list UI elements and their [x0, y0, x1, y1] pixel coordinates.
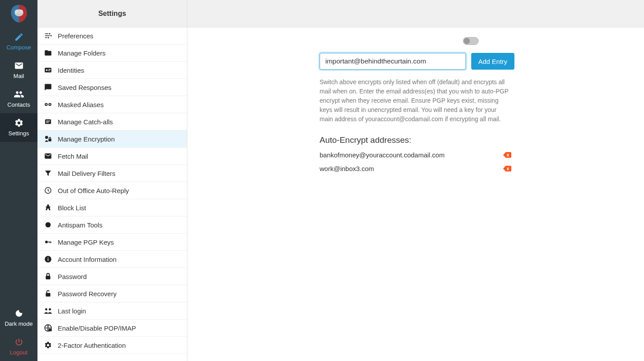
nav-contacts[interactable]: Contacts: [0, 85, 37, 113]
main-header: [187, 0, 644, 27]
nav-mail-label: Mail: [14, 73, 24, 79]
svg-rect-8: [48, 69, 51, 70]
blocklist-icon: [44, 203, 52, 212]
settings-item-catchalls[interactable]: Manage Catch-alls: [37, 113, 187, 130]
settings-item-label: Last login: [58, 307, 86, 315]
address-row: work@inbox3.comx: [320, 165, 511, 172]
auto-encrypt-heading: Auto-Encrypt addresses:: [320, 135, 626, 145]
settings-item-filters[interactable]: Mail Delivery Filters: [37, 165, 187, 182]
folders-icon: [44, 48, 52, 57]
settings-item-account[interactable]: Account Information: [37, 251, 187, 268]
outofoffice-icon: [44, 186, 52, 195]
settings-column: Settings PreferencesManage FoldersIdenti…: [37, 0, 187, 361]
nav-compose[interactable]: Compose: [0, 27, 37, 56]
nav-logout[interactable]: Logout: [0, 332, 37, 361]
main-content: Add Entry Switch above encrypts only lis…: [187, 0, 644, 361]
settings-item-fetch[interactable]: Fetch Mail: [37, 148, 187, 165]
settings-item-label: Enable/Disable POP/IMAP: [58, 324, 136, 332]
nav-darkmode[interactable]: Dark mode: [0, 304, 37, 332]
svg-rect-16: [46, 122, 49, 123]
settings-header: Settings: [37, 0, 187, 27]
encrypt-all-toggle[interactable]: [463, 37, 479, 45]
svg-point-12: [46, 104, 47, 105]
settings-item-responses[interactable]: Saved Responses: [37, 79, 187, 96]
settings-item-antispam[interactable]: Antispam Tools: [37, 216, 187, 234]
settings-item-blocklist[interactable]: Block List: [37, 199, 187, 216]
catchalls-icon: [44, 117, 52, 126]
svg-point-1: [15, 10, 19, 13]
settings-item-label: Antispam Tools: [58, 221, 102, 229]
svg-rect-6: [45, 68, 52, 73]
settings-icon: [14, 118, 24, 128]
mail-icon: [14, 60, 24, 71]
settings-item-pgpkeys[interactable]: Manage PGP Keys: [37, 234, 187, 251]
delete-address-button[interactable]: x: [503, 152, 511, 158]
responses-icon: [44, 83, 52, 92]
settings-item-recovery[interactable]: Password Recovery: [37, 285, 187, 302]
account-icon: [44, 255, 52, 264]
add-entry-button[interactable]: Add Entry: [471, 53, 514, 70]
svg-rect-35: [49, 329, 52, 331]
svg-rect-14: [45, 119, 51, 124]
svg-point-33: [49, 308, 51, 310]
nav-mail[interactable]: Mail: [0, 56, 37, 85]
nav-compose-label: Compose: [7, 44, 31, 51]
settings-item-password[interactable]: Password: [37, 268, 187, 285]
lastlogin-icon: [44, 306, 52, 315]
recovery-icon: [44, 289, 52, 298]
aliases-icon: [44, 100, 52, 109]
fetch-icon: [44, 152, 52, 160]
address-email: bankofmoney@youraccount.codamail.com: [320, 151, 503, 159]
moon-icon: [14, 308, 24, 319]
svg-rect-31: [46, 293, 51, 297]
settings-item-label: Block List: [58, 204, 86, 212]
settings-item-outofoffice[interactable]: Out of Office Auto-Reply: [37, 182, 187, 199]
settings-item-label: Manage PGP Keys: [58, 238, 114, 246]
svg-point-13: [49, 104, 51, 105]
svg-point-4: [49, 33, 50, 34]
address-list: bankofmoney@youraccount.codamail.comxwor…: [320, 151, 626, 172]
encryption-description: Switch above encrypts only listed when o…: [320, 78, 509, 124]
svg-rect-29: [48, 257, 48, 258]
address-row: bankofmoney@youraccount.codamail.comx: [320, 151, 511, 159]
nav-settings-label: Settings: [8, 130, 29, 137]
settings-item-popimap[interactable]: Enable/Disable POP/IMAP: [37, 320, 187, 337]
svg-point-17: [45, 136, 48, 139]
nav-darkmode-label: Dark mode: [5, 320, 33, 327]
svg-rect-18: [48, 139, 52, 141]
svg-point-23: [45, 241, 48, 243]
nav-settings[interactable]: Settings: [0, 113, 37, 142]
settings-item-label: Saved Responses: [58, 84, 112, 91]
settings-item-twofa[interactable]: 2-Factor Authentication: [37, 337, 187, 354]
settings-item-folders[interactable]: Manage Folders: [37, 45, 187, 62]
settings-item-label: Password: [58, 273, 87, 280]
settings-item-lastlogin[interactable]: Last login: [37, 302, 187, 320]
pgpkeys-icon: [44, 238, 52, 246]
twofa-icon: [44, 341, 52, 350]
svg-rect-26: [51, 242, 52, 242]
settings-item-label: Preferences: [58, 32, 93, 40]
svg-rect-30: [46, 276, 51, 279]
svg-point-5: [50, 35, 52, 37]
settings-item-label: Account Information: [58, 256, 116, 263]
svg-point-2: [19, 10, 23, 13]
settings-item-label: Out of Office Auto-Reply: [58, 187, 129, 194]
address-input[interactable]: [320, 53, 466, 70]
settings-item-preferences[interactable]: Preferences: [37, 27, 187, 45]
settings-item-label: Password Recovery: [58, 290, 116, 298]
settings-item-label: Fetch Mail: [58, 153, 88, 160]
delete-address-button[interactable]: x: [503, 166, 511, 171]
settings-item-aliases[interactable]: Masked Aliases: [37, 96, 187, 113]
popimap-icon: [44, 324, 52, 332]
preferences-icon: [44, 31, 52, 40]
svg-point-7: [46, 69, 48, 71]
settings-item-label: Identities: [58, 67, 84, 74]
svg-rect-9: [48, 71, 50, 71]
settings-item-encryption[interactable]: Manage Encryption: [37, 130, 187, 148]
settings-list: PreferencesManage FoldersIdentitiesSaved…: [37, 27, 187, 361]
nav-logout-label: Logout: [10, 349, 28, 356]
settings-item-label: Manage Encryption: [58, 135, 115, 143]
contacts-icon: [14, 89, 24, 100]
settings-item-identities[interactable]: Identities: [37, 62, 187, 79]
settings-item-label: Manage Folders: [58, 49, 105, 57]
